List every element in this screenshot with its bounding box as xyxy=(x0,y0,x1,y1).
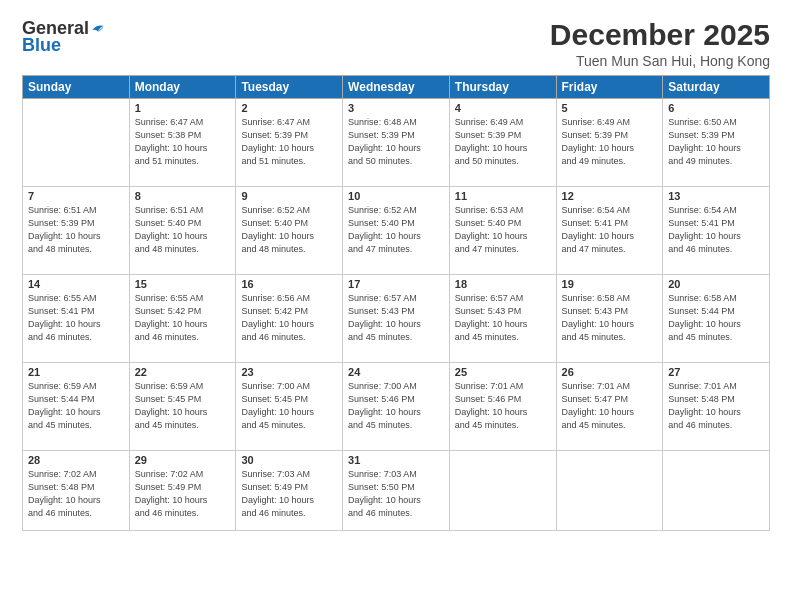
daylight-text-2: and 45 minutes. xyxy=(455,419,551,432)
day-number: 23 xyxy=(241,366,337,378)
daylight-text-2: and 46 minutes. xyxy=(348,507,444,520)
sunset-text: Sunset: 5:46 PM xyxy=(348,393,444,406)
daylight-text-2: and 47 minutes. xyxy=(562,243,658,256)
table-row: 14Sunrise: 6:55 AMSunset: 5:41 PMDayligh… xyxy=(23,275,130,363)
daylight-text-2: and 45 minutes. xyxy=(455,331,551,344)
daylight-text: Daylight: 10 hours xyxy=(668,230,764,243)
day-number: 5 xyxy=(562,102,658,114)
sunset-text: Sunset: 5:41 PM xyxy=(668,217,764,230)
table-row xyxy=(556,451,663,531)
daylight-text-2: and 45 minutes. xyxy=(348,331,444,344)
sunrise-text: Sunrise: 6:51 AM xyxy=(28,204,124,217)
sunrise-text: Sunrise: 6:54 AM xyxy=(562,204,658,217)
daylight-text: Daylight: 10 hours xyxy=(455,230,551,243)
sunset-text: Sunset: 5:39 PM xyxy=(28,217,124,230)
sunrise-text: Sunrise: 6:52 AM xyxy=(348,204,444,217)
table-row: 5Sunrise: 6:49 AMSunset: 5:39 PMDaylight… xyxy=(556,99,663,187)
daylight-text-2: and 51 minutes. xyxy=(135,155,231,168)
daylight-text-2: and 50 minutes. xyxy=(348,155,444,168)
sunrise-text: Sunrise: 6:52 AM xyxy=(241,204,337,217)
day-info: Sunrise: 6:54 AMSunset: 5:41 PMDaylight:… xyxy=(668,204,764,256)
day-number: 15 xyxy=(135,278,231,290)
sunrise-text: Sunrise: 6:56 AM xyxy=(241,292,337,305)
sunrise-text: Sunrise: 6:47 AM xyxy=(241,116,337,129)
sunset-text: Sunset: 5:47 PM xyxy=(562,393,658,406)
page: General Blue December 2025 Tuen Mun San … xyxy=(0,0,792,612)
sunset-text: Sunset: 5:42 PM xyxy=(135,305,231,318)
sunrise-text: Sunrise: 6:49 AM xyxy=(562,116,658,129)
table-row: 16Sunrise: 6:56 AMSunset: 5:42 PMDayligh… xyxy=(236,275,343,363)
table-row: 4Sunrise: 6:49 AMSunset: 5:39 PMDaylight… xyxy=(449,99,556,187)
sunset-text: Sunset: 5:39 PM xyxy=(562,129,658,142)
header: General Blue December 2025 Tuen Mun San … xyxy=(22,18,770,69)
sunset-text: Sunset: 5:43 PM xyxy=(455,305,551,318)
day-number: 9 xyxy=(241,190,337,202)
daylight-text-2: and 47 minutes. xyxy=(348,243,444,256)
sunrise-text: Sunrise: 7:03 AM xyxy=(241,468,337,481)
sunrise-text: Sunrise: 6:48 AM xyxy=(348,116,444,129)
sunrise-text: Sunrise: 6:53 AM xyxy=(455,204,551,217)
day-number: 29 xyxy=(135,454,231,466)
header-thursday: Thursday xyxy=(449,76,556,99)
day-number: 18 xyxy=(455,278,551,290)
table-row: 15Sunrise: 6:55 AMSunset: 5:42 PMDayligh… xyxy=(129,275,236,363)
logo: General Blue xyxy=(22,18,105,56)
daylight-text: Daylight: 10 hours xyxy=(135,406,231,419)
logo-blue-text: Blue xyxy=(22,35,61,56)
daylight-text: Daylight: 10 hours xyxy=(562,318,658,331)
day-info: Sunrise: 6:47 AMSunset: 5:38 PMDaylight:… xyxy=(135,116,231,168)
sunrise-text: Sunrise: 6:55 AM xyxy=(135,292,231,305)
day-number: 20 xyxy=(668,278,764,290)
day-number: 6 xyxy=(668,102,764,114)
day-info: Sunrise: 6:48 AMSunset: 5:39 PMDaylight:… xyxy=(348,116,444,168)
daylight-text: Daylight: 10 hours xyxy=(28,406,124,419)
table-row: 10Sunrise: 6:52 AMSunset: 5:40 PMDayligh… xyxy=(343,187,450,275)
day-number: 4 xyxy=(455,102,551,114)
table-row: 23Sunrise: 7:00 AMSunset: 5:45 PMDayligh… xyxy=(236,363,343,451)
sunrise-text: Sunrise: 6:58 AM xyxy=(668,292,764,305)
daylight-text: Daylight: 10 hours xyxy=(241,494,337,507)
daylight-text: Daylight: 10 hours xyxy=(348,230,444,243)
daylight-text: Daylight: 10 hours xyxy=(28,230,124,243)
sunrise-text: Sunrise: 6:59 AM xyxy=(135,380,231,393)
sunset-text: Sunset: 5:41 PM xyxy=(562,217,658,230)
sunrise-text: Sunrise: 6:50 AM xyxy=(668,116,764,129)
daylight-text-2: and 50 minutes. xyxy=(455,155,551,168)
table-row: 18Sunrise: 6:57 AMSunset: 5:43 PMDayligh… xyxy=(449,275,556,363)
header-wednesday: Wednesday xyxy=(343,76,450,99)
sunset-text: Sunset: 5:49 PM xyxy=(241,481,337,494)
sunset-text: Sunset: 5:45 PM xyxy=(135,393,231,406)
daylight-text: Daylight: 10 hours xyxy=(28,318,124,331)
sunset-text: Sunset: 5:39 PM xyxy=(668,129,764,142)
calendar: Sunday Monday Tuesday Wednesday Thursday… xyxy=(22,75,770,531)
day-number: 25 xyxy=(455,366,551,378)
daylight-text: Daylight: 10 hours xyxy=(135,230,231,243)
daylight-text-2: and 45 minutes. xyxy=(562,419,658,432)
daylight-text-2: and 45 minutes. xyxy=(135,419,231,432)
table-row: 6Sunrise: 6:50 AMSunset: 5:39 PMDaylight… xyxy=(663,99,770,187)
daylight-text: Daylight: 10 hours xyxy=(135,494,231,507)
sunset-text: Sunset: 5:40 PM xyxy=(348,217,444,230)
day-info: Sunrise: 7:00 AMSunset: 5:45 PMDaylight:… xyxy=(241,380,337,432)
daylight-text-2: and 48 minutes. xyxy=(241,243,337,256)
table-row: 19Sunrise: 6:58 AMSunset: 5:43 PMDayligh… xyxy=(556,275,663,363)
daylight-text: Daylight: 10 hours xyxy=(241,230,337,243)
daylight-text: Daylight: 10 hours xyxy=(135,142,231,155)
day-info: Sunrise: 7:03 AMSunset: 5:50 PMDaylight:… xyxy=(348,468,444,520)
sunrise-text: Sunrise: 6:55 AM xyxy=(28,292,124,305)
daylight-text: Daylight: 10 hours xyxy=(28,494,124,507)
sunset-text: Sunset: 5:41 PM xyxy=(28,305,124,318)
daylight-text-2: and 51 minutes. xyxy=(241,155,337,168)
daylight-text-2: and 45 minutes. xyxy=(241,419,337,432)
header-friday: Friday xyxy=(556,76,663,99)
day-info: Sunrise: 7:00 AMSunset: 5:46 PMDaylight:… xyxy=(348,380,444,432)
header-tuesday: Tuesday xyxy=(236,76,343,99)
day-info: Sunrise: 6:49 AMSunset: 5:39 PMDaylight:… xyxy=(455,116,551,168)
daylight-text: Daylight: 10 hours xyxy=(668,142,764,155)
day-info: Sunrise: 6:59 AMSunset: 5:45 PMDaylight:… xyxy=(135,380,231,432)
table-row: 17Sunrise: 6:57 AMSunset: 5:43 PMDayligh… xyxy=(343,275,450,363)
table-row: 24Sunrise: 7:00 AMSunset: 5:46 PMDayligh… xyxy=(343,363,450,451)
day-info: Sunrise: 6:57 AMSunset: 5:43 PMDaylight:… xyxy=(348,292,444,344)
table-row: 12Sunrise: 6:54 AMSunset: 5:41 PMDayligh… xyxy=(556,187,663,275)
daylight-text: Daylight: 10 hours xyxy=(348,406,444,419)
